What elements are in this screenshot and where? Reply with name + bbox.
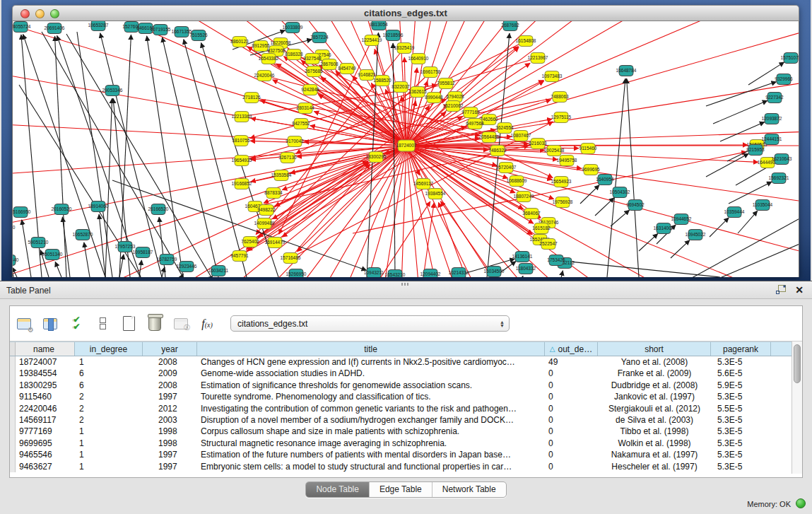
graph-hub-node[interactable]: 18724007: [396, 140, 417, 151]
graph-node[interactable]: 8860123: [230, 37, 249, 47]
graph-node[interactable]: 12213967: [528, 53, 548, 64]
graph-node[interactable]: 16961758: [420, 67, 441, 78]
graph-node[interactable]: 8813054: [370, 21, 388, 30]
graph-node[interactable]: 15751074: [781, 53, 799, 64]
cell-indegree[interactable]: 6: [75, 368, 143, 379]
graph-node[interactable]: 19055340: [13, 223, 16, 233]
table-row[interactable]: 2242004622012Investigating the contribut…: [10, 403, 792, 414]
cell-indegree[interactable]: 1: [75, 461, 143, 472]
cell-title[interactable]: Embryonic stem cells: a model to study s…: [197, 461, 545, 472]
graph-node[interactable]: 9115460: [579, 144, 597, 154]
graph-node[interactable]: 16640910: [408, 54, 429, 64]
graph-node[interactable]: 7515526: [189, 30, 208, 41]
cell-outde[interactable]: 0: [545, 391, 598, 402]
graph-node[interactable]: 12975115: [551, 112, 572, 123]
graph-node[interactable]: 16034500: [484, 267, 505, 277]
vertical-scrollbar[interactable]: [792, 341, 802, 474]
cell-pagerank[interactable]: 5.3E-5: [711, 461, 771, 472]
graph-node[interactable]: 1362615: [408, 87, 427, 98]
cell-indegree[interactable]: 1: [75, 426, 143, 437]
cell-name[interactable]: 22420046: [16, 403, 75, 414]
column-header-indegree[interactable]: in_degree: [75, 342, 143, 356]
cell-pagerank[interactable]: 5.3E-5: [711, 356, 771, 368]
graph-node[interactable]: 2803144: [296, 103, 314, 114]
float-panel-icon[interactable]: [776, 285, 787, 295]
graph-node[interactable]: 8427552: [292, 119, 310, 129]
cell-name[interactable]: 9777169: [16, 426, 75, 437]
graph-node[interactable]: 11035044: [753, 200, 773, 211]
graph-node[interactable]: 22420046: [254, 71, 275, 81]
cell-short[interactable]: Tibbo et al. (1998): [598, 426, 711, 437]
cell-outde[interactable]: 49: [545, 356, 598, 368]
cell-indegree[interactable]: 2: [75, 414, 143, 426]
cell-year[interactable]: 2009: [143, 368, 197, 379]
graph-node[interactable]: 9699695: [582, 165, 600, 175]
cell-year[interactable]: 2012: [143, 403, 197, 414]
graph-node[interactable]: 1615182: [532, 223, 551, 234]
cell-name[interactable]: 19384554: [16, 368, 75, 379]
graph-node[interactable]: 20691406: [45, 23, 65, 34]
cell-outde[interactable]: 0: [545, 426, 598, 437]
graph-node[interactable]: 10025438: [544, 146, 565, 156]
splitter-grip-icon[interactable]: [401, 283, 410, 286]
graph-node[interactable]: 7955812: [437, 78, 455, 89]
graph-node[interactable]: 16782759: [157, 255, 177, 265]
graph-node[interactable]: 6216033: [529, 139, 547, 149]
cell-outde[interactable]: 0: [545, 438, 598, 449]
graph-node[interactable]: 18807249: [514, 192, 534, 202]
graph-node[interactable]: 3624554: [495, 123, 514, 134]
graph-node[interactable]: 10653440: [13, 255, 19, 266]
cell-year[interactable]: 2003: [143, 414, 197, 426]
graph-node[interactable]: 1588520: [373, 76, 392, 86]
new-table-icon[interactable]: [117, 312, 141, 336]
graph-node[interactable]: 14569117: [413, 179, 434, 189]
graph-node[interactable]: 9457791: [230, 251, 249, 262]
cell-short[interactable]: Nakamura et al. (1997): [598, 449, 711, 460]
cell-year[interactable]: 1997: [143, 449, 197, 460]
table-settings-icon[interactable]: ⚙: [12, 312, 36, 336]
column-header-name[interactable]: name: [16, 342, 75, 356]
cell-short[interactable]: Wolkin et al. (1998): [598, 438, 711, 449]
cell-indegree[interactable]: 6: [75, 380, 143, 391]
graph-node[interactable]: 12444151: [762, 134, 782, 145]
cell-year[interactable]: 1997: [143, 391, 197, 402]
cell-short[interactable]: Jankovic et al. (1997): [598, 391, 711, 402]
graph-node[interactable]: 8215953: [746, 145, 765, 156]
graph-node[interactable]: 59051210: [28, 238, 49, 248]
cell-outde[interactable]: 0: [545, 461, 598, 472]
graph-node[interactable]: 26166520: [148, 204, 169, 215]
graph-node[interactable]: 10653287: [88, 21, 109, 31]
network-canvas[interactable]: 1872400718300295193845548860123891295518…: [13, 21, 799, 277]
graph-node[interactable]: 18325419: [394, 43, 415, 54]
cell-title[interactable]: Tourette syndrome. Phenomenology and cla…: [197, 391, 545, 402]
graph-node[interactable]: 9694502: [626, 200, 645, 211]
table-row[interactable]: 1830029562008Estimation of significance …: [10, 380, 792, 391]
graph-node[interactable]: 9329966: [775, 74, 793, 85]
graph-node[interactable]: 8878334: [264, 188, 283, 199]
column-visibility-icon[interactable]: [38, 312, 62, 336]
cell-title[interactable]: Corpus callosum shape and size in male p…: [197, 426, 545, 437]
graph-node[interactable]: 19384554: [425, 189, 446, 199]
graph-node[interactable]: 9777169: [461, 107, 480, 118]
graph-node[interactable]: 10973483: [542, 71, 563, 82]
cell-title[interactable]: Estimation of the future numbers of pati…: [197, 449, 545, 460]
cell-pagerank[interactable]: 5.3E-5: [711, 391, 771, 402]
cell-title[interactable]: Changes of HCN gene expression and I(f) …: [197, 356, 545, 368]
graph-node[interactable]: 12254419: [362, 35, 382, 46]
scrollbar-thumb[interactable]: [794, 344, 801, 383]
cell-name[interactable]: 18724007: [16, 356, 75, 368]
graph-node[interactable]: 2522547: [539, 239, 558, 250]
cell-pagerank[interactable]: 5.3E-5: [711, 438, 771, 449]
graph-node[interactable]: 16034211: [208, 266, 229, 276]
cell-outde[interactable]: 0: [545, 380, 598, 391]
cell-title[interactable]: Disruption of a novel member of a sodium…: [197, 414, 545, 426]
graph-node[interactable]: 18914060: [88, 201, 109, 212]
column-header-short[interactable]: short: [598, 342, 711, 356]
graph-node[interactable]: 16543210: [385, 270, 406, 278]
function-builder-icon[interactable]: f(x): [195, 312, 219, 336]
table-row[interactable]: 946554611997Estimation of the future num…: [10, 449, 792, 460]
graph-node[interactable]: 20160520: [52, 204, 72, 215]
table-row[interactable]: 969969511998Structural magnetic resonanc…: [10, 438, 792, 449]
graph-node[interactable]: 16154808: [516, 36, 536, 47]
merge-cells-icon[interactable]: [90, 312, 114, 336]
